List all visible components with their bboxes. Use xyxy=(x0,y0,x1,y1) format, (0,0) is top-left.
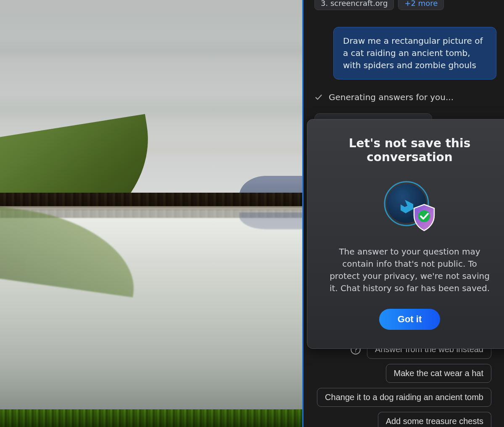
suggestion-pill[interactable]: Add some treasure chests xyxy=(378,412,491,427)
modal-body: The answer to your question may contain … xyxy=(328,246,492,294)
check-icon xyxy=(314,93,323,101)
status-text: Generating answers for you... xyxy=(329,92,454,102)
source-chip[interactable]: 3. screencraft.org xyxy=(314,0,394,10)
sky-cloud-band xyxy=(0,38,302,63)
stone-wall xyxy=(0,193,302,208)
user-message-bubble: Draw me a rectangular picture of a cat r… xyxy=(333,27,496,80)
source-chips: 3. screencraft.org +2 more xyxy=(314,0,496,10)
modal-title: Let's not save this conversation xyxy=(326,136,493,164)
modal-graphic xyxy=(380,179,439,234)
status-row: Generating answers for you... xyxy=(314,92,496,102)
user-message-text: Draw me a rectangular picture of a cat r… xyxy=(343,36,483,70)
suggestion-bar: Answer from the web instead Make the cat… xyxy=(314,340,491,427)
desktop-wallpaper xyxy=(0,0,303,427)
got-it-button[interactable]: Got it xyxy=(379,309,440,330)
foreground-grass xyxy=(0,409,302,427)
chat-panel: 3. screencraft.org +2 more Draw me a rec… xyxy=(303,0,504,427)
sky-cloud-band xyxy=(0,93,302,126)
svg-point-1 xyxy=(355,351,356,352)
suggestion-pill[interactable]: Change it to a dog raiding an ancient to… xyxy=(317,388,491,407)
source-chip-more[interactable]: +2 more xyxy=(398,0,444,10)
privacy-modal: Let's not save this conversation xyxy=(307,119,504,349)
suggestion-pill[interactable]: Make the cat wear a hat xyxy=(386,364,491,383)
